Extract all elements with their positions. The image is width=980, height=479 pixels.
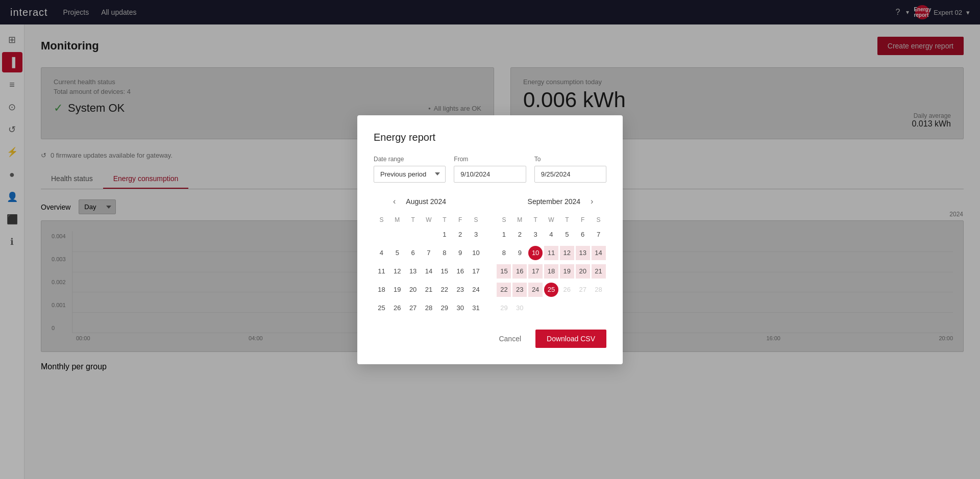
date-range-label: Date range <box>374 156 446 163</box>
aug-day-cell[interactable]: 15 <box>436 262 452 281</box>
sep-day-cell[interactable]: 29 <box>496 299 512 317</box>
cancel-button[interactable]: Cancel <box>491 331 529 347</box>
next-month-button[interactable]: › <box>586 195 597 208</box>
sep-day-cell[interactable]: 11 <box>544 244 559 262</box>
sep-day-cell[interactable]: 21 <box>591 262 606 281</box>
aug-day-cell[interactable]: 9 <box>452 244 468 262</box>
download-csv-button[interactable]: Download CSV <box>535 330 606 348</box>
sep-day-cell[interactable]: 3 <box>528 225 544 244</box>
sep-day-cell[interactable]: 12 <box>559 244 575 262</box>
august-calendar-header: ‹ August 2024 <box>374 195 484 208</box>
aug-day-t2: T <box>436 214 452 225</box>
sep-day-cell[interactable]: 14 <box>591 244 606 262</box>
aug-day-cell[interactable]: 31 <box>468 299 484 317</box>
sep-day-cell[interactable]: 4 <box>544 225 559 244</box>
sep-day-cell[interactable]: 2 <box>512 225 528 244</box>
sep-day-cell[interactable]: 28 <box>591 281 606 299</box>
aug-day-cell[interactable]: 3 <box>468 225 484 244</box>
aug-day-cell[interactable]: 2 <box>452 225 468 244</box>
sep-day-cell[interactable]: 20 <box>575 262 591 281</box>
aug-day-cell[interactable]: 8 <box>436 244 452 262</box>
aug-day-cell[interactable]: 19 <box>389 281 405 299</box>
aug-day-cell[interactable]: 1 <box>436 225 452 244</box>
aug-day-cell[interactable] <box>374 225 389 244</box>
to-input[interactable] <box>534 166 606 183</box>
to-label: To <box>534 156 606 163</box>
aug-day-cell[interactable]: 26 <box>389 299 405 317</box>
sep-day-cell[interactable]: 27 <box>575 281 591 299</box>
sep-day-cell[interactable] <box>528 299 544 317</box>
aug-day-t1: T <box>405 214 421 225</box>
sep-day-cell[interactable]: 26 <box>559 281 575 299</box>
aug-day-cell[interactable]: 11 <box>374 262 389 281</box>
sep-day-cell[interactable]: 13 <box>575 244 591 262</box>
from-input[interactable] <box>454 166 526 183</box>
aug-day-cell[interactable]: 14 <box>421 262 437 281</box>
modal-overlay[interactable]: Energy report Date range Previous period… <box>0 0 980 479</box>
sep-day-cell[interactable]: 9 <box>512 244 528 262</box>
aug-day-cell[interactable]: 18 <box>374 281 389 299</box>
september-grid: S M T W T F S 12345678910111213141516171… <box>496 214 606 317</box>
aug-day-cell[interactable]: 20 <box>405 281 421 299</box>
aug-day-cell[interactable]: 13 <box>405 262 421 281</box>
aug-day-cell[interactable]: 28 <box>421 299 437 317</box>
aug-day-cell[interactable]: 21 <box>421 281 437 299</box>
aug-day-cell[interactable]: 10 <box>468 244 484 262</box>
sep-day-cell[interactable] <box>591 299 606 317</box>
aug-day-cell[interactable]: 22 <box>436 281 452 299</box>
september-calendar: September 2024 › S M T W T F S <box>496 195 606 317</box>
august-calendar: ‹ August 2024 S M T W T F S <box>374 195 484 317</box>
calendars-row: ‹ August 2024 S M T W T F S <box>374 195 606 317</box>
modal-title: Energy report <box>374 132 606 143</box>
sep-day-cell[interactable]: 15 <box>496 262 512 281</box>
aug-day-cell[interactable] <box>421 225 437 244</box>
sep-day-s1: S <box>496 214 512 225</box>
sep-day-cell[interactable]: 5 <box>559 225 575 244</box>
sep-day-cell[interactable] <box>544 299 559 317</box>
sep-day-cell[interactable]: 6 <box>575 225 591 244</box>
prev-month-button[interactable]: ‹ <box>389 195 400 208</box>
sep-day-cell[interactable]: 1 <box>496 225 512 244</box>
date-range-field: Date range Previous period Custom Last 7… <box>374 156 446 183</box>
aug-day-s1: S <box>374 214 389 225</box>
sep-day-cell[interactable]: 10 <box>528 244 544 262</box>
sep-day-cell[interactable] <box>559 299 575 317</box>
aug-day-cell[interactable] <box>389 225 405 244</box>
sep-day-cell[interactable]: 25 <box>544 281 559 299</box>
aug-day-cell[interactable] <box>405 225 421 244</box>
aug-day-cell[interactable]: 25 <box>374 299 389 317</box>
sep-day-cell[interactable]: 19 <box>559 262 575 281</box>
to-field: To <box>534 156 606 183</box>
sep-day-m: M <box>512 214 528 225</box>
aug-day-cell[interactable]: 4 <box>374 244 389 262</box>
aug-day-cell[interactable]: 5 <box>389 244 405 262</box>
sep-day-cell[interactable]: 7 <box>591 225 606 244</box>
aug-day-cell[interactable]: 12 <box>389 262 405 281</box>
aug-day-cell[interactable]: 30 <box>452 299 468 317</box>
september-calendar-header: September 2024 › <box>496 195 606 208</box>
aug-day-cell[interactable]: 23 <box>452 281 468 299</box>
from-label: From <box>454 156 526 163</box>
sep-day-cell[interactable]: 18 <box>544 262 559 281</box>
from-field: From <box>454 156 526 183</box>
sep-day-cell[interactable]: 16 <box>512 262 528 281</box>
date-range-select[interactable]: Previous period Custom Last 7 days Last … <box>374 166 446 183</box>
aug-day-cell[interactable]: 29 <box>436 299 452 317</box>
sep-day-cell[interactable]: 30 <box>512 299 528 317</box>
energy-report-modal: Energy report Date range Previous period… <box>357 115 623 364</box>
aug-day-cell[interactable]: 17 <box>468 262 484 281</box>
sep-day-cell[interactable]: 24 <box>528 281 544 299</box>
aug-day-cell[interactable]: 24 <box>468 281 484 299</box>
aug-day-cell[interactable]: 16 <box>452 262 468 281</box>
sep-day-cell[interactable]: 23 <box>512 281 528 299</box>
sep-day-s2: S <box>591 214 606 225</box>
aug-day-cell[interactable]: 6 <box>405 244 421 262</box>
sep-day-cell[interactable] <box>575 299 591 317</box>
sep-day-t1: T <box>528 214 544 225</box>
aug-day-cell[interactable]: 7 <box>421 244 437 262</box>
aug-day-cell[interactable]: 27 <box>405 299 421 317</box>
sep-day-cell[interactable]: 17 <box>528 262 544 281</box>
aug-day-s2: S <box>468 214 484 225</box>
sep-day-cell[interactable]: 22 <box>496 281 512 299</box>
sep-day-cell[interactable]: 8 <box>496 244 512 262</box>
